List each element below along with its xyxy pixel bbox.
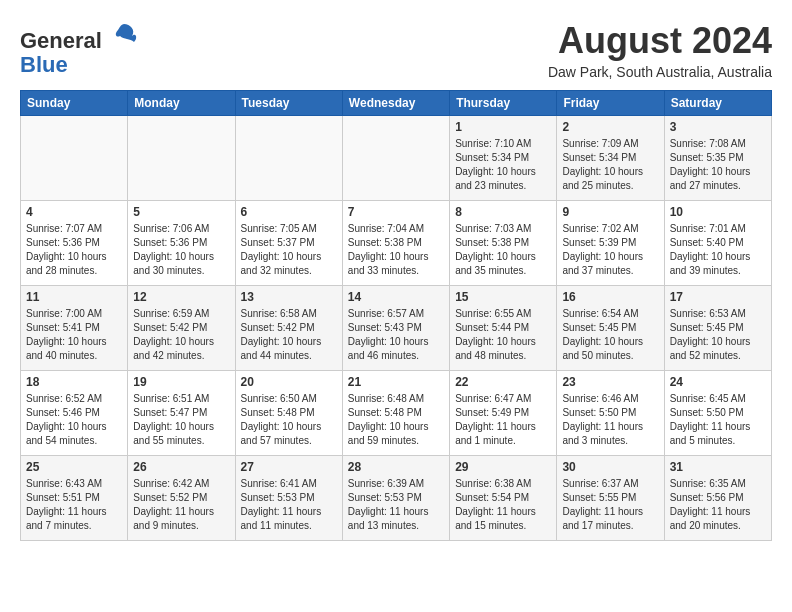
weekday-header-friday: Friday: [557, 91, 664, 116]
day-info: Sunrise: 7:08 AM Sunset: 5:35 PM Dayligh…: [670, 137, 766, 193]
calendar-cell: 25Sunrise: 6:43 AM Sunset: 5:51 PM Dayli…: [21, 456, 128, 541]
day-number: 15: [455, 290, 551, 304]
day-number: 2: [562, 120, 658, 134]
logo-blue: Blue: [20, 52, 68, 77]
day-info: Sunrise: 7:01 AM Sunset: 5:40 PM Dayligh…: [670, 222, 766, 278]
calendar-cell: 19Sunrise: 6:51 AM Sunset: 5:47 PM Dayli…: [128, 371, 235, 456]
logo-bird-icon: [110, 20, 138, 48]
calendar-cell: [128, 116, 235, 201]
day-info: Sunrise: 6:52 AM Sunset: 5:46 PM Dayligh…: [26, 392, 122, 448]
day-info: Sunrise: 7:02 AM Sunset: 5:39 PM Dayligh…: [562, 222, 658, 278]
calendar-week-2: 4Sunrise: 7:07 AM Sunset: 5:36 PM Daylig…: [21, 201, 772, 286]
weekday-header-saturday: Saturday: [664, 91, 771, 116]
day-info: Sunrise: 7:06 AM Sunset: 5:36 PM Dayligh…: [133, 222, 229, 278]
day-number: 20: [241, 375, 337, 389]
calendar-cell: 16Sunrise: 6:54 AM Sunset: 5:45 PM Dayli…: [557, 286, 664, 371]
calendar-cell: 15Sunrise: 6:55 AM Sunset: 5:44 PM Dayli…: [450, 286, 557, 371]
calendar-cell: 2Sunrise: 7:09 AM Sunset: 5:34 PM Daylig…: [557, 116, 664, 201]
day-number: 29: [455, 460, 551, 474]
calendar-cell: 24Sunrise: 6:45 AM Sunset: 5:50 PM Dayli…: [664, 371, 771, 456]
calendar-cell: 18Sunrise: 6:52 AM Sunset: 5:46 PM Dayli…: [21, 371, 128, 456]
logo-general: General: [20, 28, 102, 53]
day-number: 27: [241, 460, 337, 474]
day-number: 1: [455, 120, 551, 134]
day-info: Sunrise: 6:39 AM Sunset: 5:53 PM Dayligh…: [348, 477, 444, 533]
weekday-header-row: SundayMondayTuesdayWednesdayThursdayFrid…: [21, 91, 772, 116]
weekday-header-tuesday: Tuesday: [235, 91, 342, 116]
calendar-cell: [342, 116, 449, 201]
calendar-cell: 26Sunrise: 6:42 AM Sunset: 5:52 PM Dayli…: [128, 456, 235, 541]
calendar-table: SundayMondayTuesdayWednesdayThursdayFrid…: [20, 90, 772, 541]
calendar-cell: [21, 116, 128, 201]
calendar-cell: 27Sunrise: 6:41 AM Sunset: 5:53 PM Dayli…: [235, 456, 342, 541]
day-info: Sunrise: 6:51 AM Sunset: 5:47 PM Dayligh…: [133, 392, 229, 448]
day-number: 31: [670, 460, 766, 474]
calendar-cell: 4Sunrise: 7:07 AM Sunset: 5:36 PM Daylig…: [21, 201, 128, 286]
calendar-cell: 30Sunrise: 6:37 AM Sunset: 5:55 PM Dayli…: [557, 456, 664, 541]
day-number: 8: [455, 205, 551, 219]
calendar-cell: [235, 116, 342, 201]
title-block: August 2024 Daw Park, South Australia, A…: [548, 20, 772, 80]
day-info: Sunrise: 6:59 AM Sunset: 5:42 PM Dayligh…: [133, 307, 229, 363]
day-info: Sunrise: 6:46 AM Sunset: 5:50 PM Dayligh…: [562, 392, 658, 448]
day-number: 7: [348, 205, 444, 219]
calendar-week-3: 11Sunrise: 7:00 AM Sunset: 5:41 PM Dayli…: [21, 286, 772, 371]
day-number: 21: [348, 375, 444, 389]
weekday-header-thursday: Thursday: [450, 91, 557, 116]
day-info: Sunrise: 7:03 AM Sunset: 5:38 PM Dayligh…: [455, 222, 551, 278]
calendar-cell: 29Sunrise: 6:38 AM Sunset: 5:54 PM Dayli…: [450, 456, 557, 541]
page-header: General Blue August 2024 Daw Park, South…: [20, 20, 772, 80]
day-info: Sunrise: 6:47 AM Sunset: 5:49 PM Dayligh…: [455, 392, 551, 448]
day-number: 11: [26, 290, 122, 304]
location-subtitle: Daw Park, South Australia, Australia: [548, 64, 772, 80]
calendar-cell: 12Sunrise: 6:59 AM Sunset: 5:42 PM Dayli…: [128, 286, 235, 371]
calendar-cell: 8Sunrise: 7:03 AM Sunset: 5:38 PM Daylig…: [450, 201, 557, 286]
calendar-cell: 9Sunrise: 7:02 AM Sunset: 5:39 PM Daylig…: [557, 201, 664, 286]
day-info: Sunrise: 6:42 AM Sunset: 5:52 PM Dayligh…: [133, 477, 229, 533]
calendar-cell: 5Sunrise: 7:06 AM Sunset: 5:36 PM Daylig…: [128, 201, 235, 286]
day-info: Sunrise: 6:41 AM Sunset: 5:53 PM Dayligh…: [241, 477, 337, 533]
weekday-header-monday: Monday: [128, 91, 235, 116]
calendar-cell: 23Sunrise: 6:46 AM Sunset: 5:50 PM Dayli…: [557, 371, 664, 456]
day-number: 22: [455, 375, 551, 389]
calendar-cell: 22Sunrise: 6:47 AM Sunset: 5:49 PM Dayli…: [450, 371, 557, 456]
day-info: Sunrise: 7:04 AM Sunset: 5:38 PM Dayligh…: [348, 222, 444, 278]
day-info: Sunrise: 6:57 AM Sunset: 5:43 PM Dayligh…: [348, 307, 444, 363]
day-info: Sunrise: 7:10 AM Sunset: 5:34 PM Dayligh…: [455, 137, 551, 193]
day-number: 6: [241, 205, 337, 219]
calendar-cell: 28Sunrise: 6:39 AM Sunset: 5:53 PM Dayli…: [342, 456, 449, 541]
day-number: 25: [26, 460, 122, 474]
logo: General Blue: [20, 20, 138, 77]
day-info: Sunrise: 6:43 AM Sunset: 5:51 PM Dayligh…: [26, 477, 122, 533]
calendar-cell: 21Sunrise: 6:48 AM Sunset: 5:48 PM Dayli…: [342, 371, 449, 456]
day-info: Sunrise: 6:48 AM Sunset: 5:48 PM Dayligh…: [348, 392, 444, 448]
day-info: Sunrise: 7:09 AM Sunset: 5:34 PM Dayligh…: [562, 137, 658, 193]
day-number: 26: [133, 460, 229, 474]
month-year-title: August 2024: [548, 20, 772, 62]
day-number: 9: [562, 205, 658, 219]
day-number: 13: [241, 290, 337, 304]
calendar-cell: 6Sunrise: 7:05 AM Sunset: 5:37 PM Daylig…: [235, 201, 342, 286]
day-number: 23: [562, 375, 658, 389]
day-number: 12: [133, 290, 229, 304]
day-number: 28: [348, 460, 444, 474]
day-number: 30: [562, 460, 658, 474]
calendar-cell: 17Sunrise: 6:53 AM Sunset: 5:45 PM Dayli…: [664, 286, 771, 371]
day-info: Sunrise: 7:00 AM Sunset: 5:41 PM Dayligh…: [26, 307, 122, 363]
calendar-cell: 3Sunrise: 7:08 AM Sunset: 5:35 PM Daylig…: [664, 116, 771, 201]
day-number: 5: [133, 205, 229, 219]
day-number: 14: [348, 290, 444, 304]
weekday-header-wednesday: Wednesday: [342, 91, 449, 116]
day-info: Sunrise: 6:58 AM Sunset: 5:42 PM Dayligh…: [241, 307, 337, 363]
weekday-header-sunday: Sunday: [21, 91, 128, 116]
day-number: 18: [26, 375, 122, 389]
day-info: Sunrise: 6:53 AM Sunset: 5:45 PM Dayligh…: [670, 307, 766, 363]
calendar-cell: 20Sunrise: 6:50 AM Sunset: 5:48 PM Dayli…: [235, 371, 342, 456]
day-number: 19: [133, 375, 229, 389]
calendar-week-5: 25Sunrise: 6:43 AM Sunset: 5:51 PM Dayli…: [21, 456, 772, 541]
day-number: 3: [670, 120, 766, 134]
day-info: Sunrise: 6:55 AM Sunset: 5:44 PM Dayligh…: [455, 307, 551, 363]
day-info: Sunrise: 6:54 AM Sunset: 5:45 PM Dayligh…: [562, 307, 658, 363]
calendar-cell: 1Sunrise: 7:10 AM Sunset: 5:34 PM Daylig…: [450, 116, 557, 201]
calendar-week-4: 18Sunrise: 6:52 AM Sunset: 5:46 PM Dayli…: [21, 371, 772, 456]
